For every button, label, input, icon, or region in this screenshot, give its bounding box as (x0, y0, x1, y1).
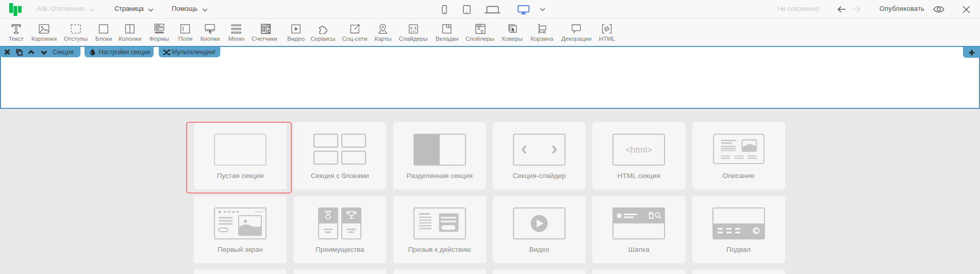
svg-text:<html>: <html> (625, 145, 652, 155)
